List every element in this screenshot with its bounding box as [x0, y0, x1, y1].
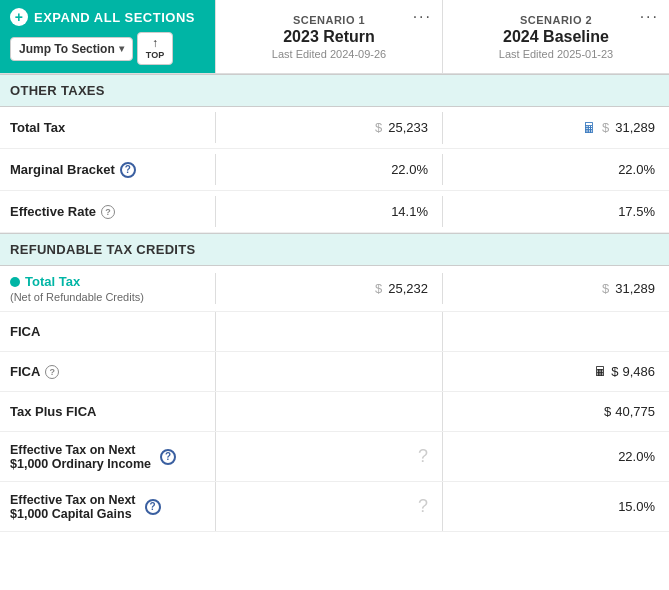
scenario1-effective-value: 14.1% — [215, 196, 442, 227]
calculator-icon[interactable]: 🖩 — [582, 120, 596, 136]
fica-section-label: FICA — [0, 312, 215, 351]
fica-s1-value — [215, 352, 442, 391]
fica-s1-blank — [215, 312, 442, 351]
header-bar: + EXPAND ALL SECTIONS Jump To Section ▾ … — [0, 0, 669, 74]
expand-all-label: EXPAND ALL SECTIONS — [34, 10, 195, 25]
marginal-bracket-label: Marginal Bracket — [10, 162, 115, 177]
scenario1-column: ··· SCENARIO 1 2023 Return Last Edited 2… — [215, 0, 442, 73]
top-button[interactable]: ↑ TOP — [137, 32, 173, 65]
fica-row-label: FICA ? — [0, 352, 215, 391]
scenario1-net-total-value: $ 25,232 — [215, 273, 442, 304]
eff-tax-ordinary-s2-value: 22.0% — [442, 432, 669, 481]
scenario2-column: ··· SCENARIO 2 2024 Baseline Last Edited… — [442, 0, 669, 73]
plus-circle-icon: + — [10, 8, 28, 26]
marginal-bracket-label-cell: Marginal Bracket ? — [0, 154, 215, 186]
scenario2-total-tax-value: 🖩 $ 31,289 — [442, 112, 669, 144]
s2-eff-ordinary: 22.0% — [618, 449, 655, 464]
dollar-sign: $ — [604, 404, 611, 419]
total-tax-label-cell: Total Tax — [0, 112, 215, 143]
dollar-sign: $ — [602, 281, 609, 296]
scenario2-net-total-value: $ 31,289 — [442, 273, 669, 304]
eff-tax-capital-line1: Effective Tax on Next — [10, 493, 136, 507]
s1-total-tax: 25,233 — [388, 120, 428, 135]
marginal-bracket-help-icon[interactable]: ? — [120, 162, 136, 178]
refundable-credits-header: REFUNDABLE TAX CREDITS — [0, 233, 669, 266]
header-scenarios: ··· SCENARIO 1 2023 Return Last Edited 2… — [215, 0, 669, 73]
scenario2-effective-value: 17.5% — [442, 196, 669, 227]
header-left: + EXPAND ALL SECTIONS Jump To Section ▾ … — [0, 0, 215, 73]
dollar-sign: $ — [611, 364, 618, 379]
scenario2-title: 2024 Baseline — [503, 28, 609, 46]
question-mark-icon: ? — [418, 496, 428, 517]
scenario2-marginal-value: 22.0% — [442, 154, 669, 185]
table-row: Effective Tax on Next $1,000 Ordinary In… — [0, 432, 669, 482]
expand-all-button[interactable]: + EXPAND ALL SECTIONS — [10, 8, 195, 26]
arrow-up-icon: ↑ — [152, 37, 158, 49]
table-row: Marginal Bracket ? 22.0% 22.0% — [0, 149, 669, 191]
net-total-tax-sublabel: (Net of Refundable Credits) — [10, 291, 205, 303]
green-dot-icon — [10, 277, 20, 287]
dollar-sign: $ — [375, 120, 382, 135]
net-total-tax-label-cell: Total Tax (Net of Refundable Credits) — [0, 266, 215, 311]
s2-marginal: 22.0% — [618, 162, 655, 177]
scenario1-title: 2023 Return — [283, 28, 375, 46]
jump-to-section-button[interactable]: Jump To Section ▾ — [10, 37, 133, 61]
s2-fica: 9,486 — [622, 364, 655, 379]
calculator-icon[interactable]: 🖩 — [594, 364, 607, 379]
other-taxes-header: OTHER TAXES — [0, 74, 669, 107]
s1-net-total: 25,232 — [388, 281, 428, 296]
effective-rate-label-cell: Effective Rate ? — [0, 196, 215, 227]
scenario1-date: Last Edited 2024-09-26 — [272, 48, 386, 60]
eff-tax-capital-line2: $1,000 Capital Gains — [10, 507, 136, 521]
scenario1-menu[interactable]: ··· — [413, 8, 432, 26]
s2-effective: 17.5% — [618, 204, 655, 219]
total-tax-label: Total Tax — [10, 120, 205, 135]
table-row: Total Tax (Net of Refundable Credits) $ … — [0, 266, 669, 312]
table-row: Total Tax $ 25,233 🖩 $ 31,289 — [0, 107, 669, 149]
scenario1-marginal-value: 22.0% — [215, 154, 442, 185]
fica-header-row: FICA — [0, 312, 669, 352]
tax-plus-fica-s2-value: $ 40,775 — [442, 392, 669, 431]
table-row: Effective Tax on Next $1,000 Capital Gai… — [0, 482, 669, 532]
s1-effective: 14.1% — [391, 204, 428, 219]
eff-tax-ordinary-line2: $1,000 Ordinary Income — [10, 457, 151, 471]
tax-plus-fica-text: Tax Plus FICA — [10, 404, 96, 419]
dollar-sign: $ — [602, 120, 609, 135]
s2-total-tax: 31,289 — [615, 120, 655, 135]
s1-marginal: 22.0% — [391, 162, 428, 177]
eff-tax-ordinary-help-icon[interactable]: ? — [160, 449, 176, 465]
effective-rate-help-icon[interactable]: ? — [101, 205, 115, 219]
effective-rate-label: Effective Rate — [10, 204, 96, 219]
tax-plus-fica-s1-value — [215, 392, 442, 431]
scenario1-total-tax-value: $ 25,233 — [215, 112, 442, 143]
fica-s2-blank — [442, 312, 669, 351]
question-mark-icon: ? — [418, 446, 428, 467]
eff-tax-ordinary-label-cell: Effective Tax on Next $1,000 Ordinary In… — [0, 432, 215, 481]
fica-help-icon[interactable]: ? — [45, 365, 59, 379]
fica-s2-value: 🖩 $ 9,486 — [442, 352, 669, 391]
eff-tax-ordinary-s1-value: ? — [215, 432, 442, 481]
eff-tax-capital-help-icon[interactable]: ? — [145, 499, 161, 515]
chevron-down-icon: ▾ — [119, 43, 124, 54]
eff-tax-capital-s1-value: ? — [215, 482, 442, 531]
fica-label-text: FICA — [10, 364, 40, 379]
top-label: TOP — [146, 50, 164, 60]
jump-label: Jump To Section — [19, 42, 115, 56]
scenario2-label: SCENARIO 2 — [520, 14, 592, 26]
scenario2-menu[interactable]: ··· — [640, 8, 659, 26]
eff-tax-ordinary-line1: Effective Tax on Next — [10, 443, 151, 457]
tax-plus-fica-label: Tax Plus FICA — [0, 392, 215, 431]
fica-label: FICA — [10, 324, 40, 339]
table-row: Tax Plus FICA $ 40,775 — [0, 392, 669, 432]
dollar-sign: $ — [375, 281, 382, 296]
s2-net-total: 31,289 — [615, 281, 655, 296]
eff-tax-capital-label-cell: Effective Tax on Next $1,000 Capital Gai… — [0, 482, 215, 531]
jump-row: Jump To Section ▾ ↑ TOP — [10, 32, 173, 65]
s2-eff-capital: 15.0% — [618, 499, 655, 514]
eff-tax-capital-s2-value: 15.0% — [442, 482, 669, 531]
table-row: FICA ? 🖩 $ 9,486 — [0, 352, 669, 392]
s2-tax-plus-fica: 40,775 — [615, 404, 655, 419]
net-total-tax-label: Total Tax — [25, 274, 80, 289]
table-row: Effective Rate ? 14.1% 17.5% — [0, 191, 669, 233]
scenario2-date: Last Edited 2025-01-23 — [499, 48, 613, 60]
